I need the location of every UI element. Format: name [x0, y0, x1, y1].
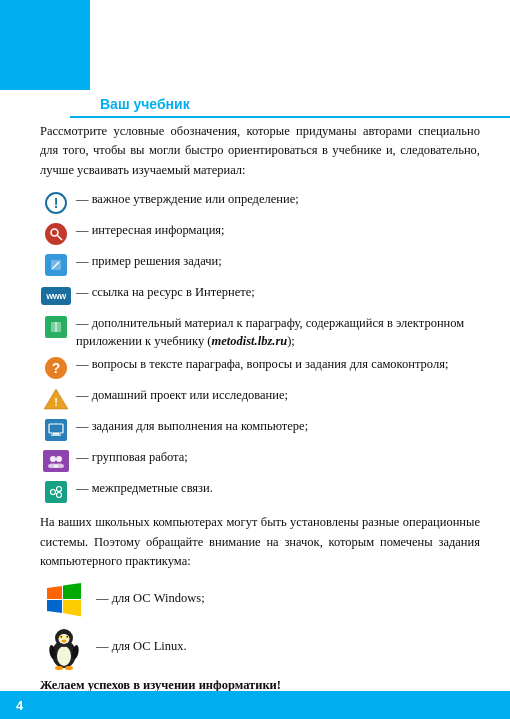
svg-point-0 [51, 229, 58, 236]
svg-rect-9 [49, 424, 63, 433]
linux-label: — для ОС Linux. [96, 639, 187, 654]
triangle-icon: ! [43, 388, 69, 410]
list-item: — пример решения задачи; [40, 252, 480, 278]
triangle-icon-wrap: ! [40, 386, 72, 412]
svg-text:!: ! [54, 396, 58, 408]
svg-point-33 [62, 639, 67, 642]
header-bar: Ваш учебник [0, 90, 510, 118]
list-item: — дополнительный материал к параграфу, с… [40, 314, 480, 350]
os-intro-text: На ваших школьных компьютерах могут быть… [40, 513, 480, 571]
item-text-pencil: — пример решения задачи; [76, 252, 480, 270]
computer-svg [48, 423, 64, 437]
svg-point-18 [57, 493, 62, 498]
os-item-linux: — для ОС Linux. [40, 624, 480, 670]
links-icon-wrap [40, 479, 72, 505]
svg-marker-21 [47, 586, 62, 599]
linux-icon-wrap [40, 624, 88, 670]
item-text-book: — дополнительный материал к параграфу, с… [76, 314, 480, 350]
linux-icon [45, 624, 83, 670]
www-icon-wrap: www [40, 283, 72, 309]
windows-icon [45, 580, 83, 618]
page-number: 4 [16, 698, 23, 713]
question-icon: ? [45, 357, 67, 379]
svg-point-32 [67, 636, 68, 637]
question-icon-wrap: ? [40, 355, 72, 381]
intro-text: Рассмотрите условные обозначения, которы… [40, 122, 480, 180]
main-content: Рассмотрите условные обозначения, которы… [40, 122, 480, 679]
list-item: — интересная информация; [40, 221, 480, 247]
svg-marker-22 [63, 583, 81, 599]
www-icon: www [41, 287, 71, 305]
svg-point-34 [55, 666, 63, 670]
svg-line-1 [58, 236, 63, 241]
book-svg [49, 320, 63, 334]
list-item: ! — домашний проект или исследование; [40, 386, 480, 412]
item-text-links: — межпредметные связи. [76, 479, 480, 497]
item-text-search: — интересная информация; [76, 221, 480, 239]
os-item-windows: — для ОС Windows; [40, 580, 480, 618]
group-icon [43, 450, 69, 472]
svg-point-12 [50, 456, 56, 462]
list-item: ? — вопросы в тексте параграфа, вопросы … [40, 355, 480, 381]
pencil-svg [49, 258, 63, 272]
svg-point-26 [57, 646, 71, 666]
svg-point-31 [61, 636, 62, 637]
group-svg [46, 454, 66, 468]
windows-icon-wrap [40, 580, 88, 618]
search-svg [49, 227, 63, 241]
search-icon-wrap [40, 221, 72, 247]
svg-rect-11 [51, 435, 61, 436]
os-section: На ваших школьных компьютерах могут быть… [40, 513, 480, 692]
computer-icon [45, 419, 67, 441]
page-title: Ваш учебник [90, 96, 190, 112]
metodist-link: metodist.lbz.ru [211, 334, 287, 348]
windows-label: — для ОС Windows; [96, 591, 205, 606]
svg-marker-24 [63, 600, 81, 617]
computer-icon-wrap [40, 417, 72, 443]
item-text-group: — групповая работа; [76, 448, 480, 466]
links-icon [45, 481, 67, 503]
search-icon [45, 223, 67, 245]
item-text-triangle: — домашний проект или исследование; [76, 386, 480, 404]
svg-point-17 [57, 487, 62, 492]
item-text-exclaim: — важное утверждение или определение; [76, 190, 480, 208]
item-text-computer: — задания для выполнения на компьютере; [76, 417, 480, 435]
top-decoration [0, 0, 90, 90]
svg-point-35 [65, 666, 73, 670]
bottom-bar: 4 [0, 691, 510, 719]
book-icon [45, 316, 67, 338]
svg-marker-23 [47, 600, 62, 613]
exclaim-icon-wrap: ! [40, 190, 72, 216]
pencil-icon [45, 254, 67, 276]
book-icon-wrap [40, 314, 72, 340]
svg-point-16 [51, 490, 56, 495]
list-item: www — ссылка на ресурс в Интернете; [40, 283, 480, 309]
svg-rect-10 [53, 433, 59, 435]
icon-list: ! — важное утверждение или определение; … [40, 190, 480, 505]
links-svg [49, 485, 63, 499]
list-item: — групповая работа; [40, 448, 480, 474]
item-text-www: — ссылка на ресурс в Интернете; [76, 283, 480, 301]
pencil-icon-wrap [40, 252, 72, 278]
item-text-question: — вопросы в тексте параграфа, вопросы и … [76, 355, 480, 373]
exclaim-icon: ! [45, 192, 67, 214]
group-icon-wrap [40, 448, 72, 474]
svg-point-13 [56, 456, 62, 462]
list-item: — межпредметные связи. [40, 479, 480, 505]
list-item: — задания для выполнения на компьютере; [40, 417, 480, 443]
list-item: ! — важное утверждение или определение; [40, 190, 480, 216]
